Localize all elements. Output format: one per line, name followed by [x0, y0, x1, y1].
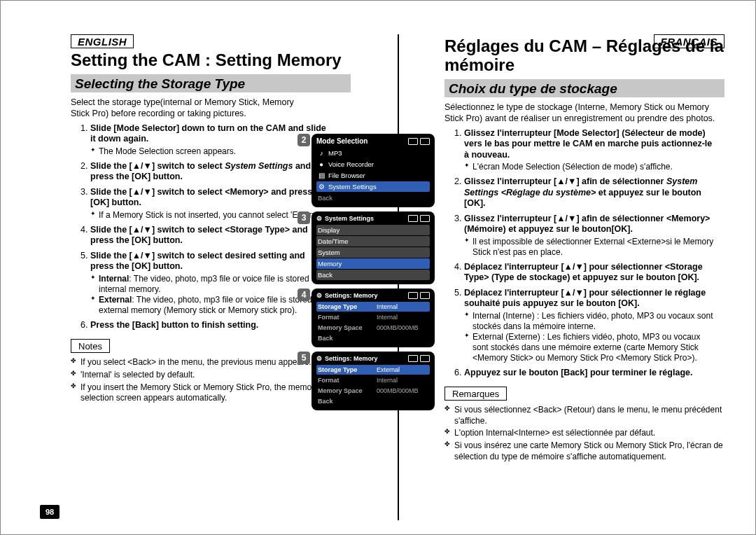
screen-title: Settings: Memory [325, 292, 378, 299]
notes-fr: Si vous sélectionnez <Back> (Retour) dan… [444, 405, 724, 462]
card-icon [408, 355, 418, 362]
steps-en: Slide [Mode Selector] down to turn on th… [71, 123, 328, 331]
notes-en: If you select <Back> in the menu, the pr… [71, 357, 351, 403]
mic-icon: ● [318, 160, 325, 168]
screen-title: System Settings [325, 215, 374, 222]
settings-icon: ⚙ [318, 183, 325, 190]
device-screenshots: 2 Mode Selection ♪MP3 ●Voice Recorder ▤F… [312, 134, 435, 410]
screen-title: Settings: Memory [325, 355, 378, 362]
step-3: Slide the [▲/▼] switch to select <Memory… [90, 187, 328, 221]
screenshot-5: 5 ⚙Settings: Memory Storage TypeExternal… [312, 352, 435, 410]
file-icon: ▤ [318, 172, 325, 179]
battery-icon [420, 292, 430, 299]
section-heading-fr: Choix du type de stockage [444, 79, 724, 97]
screenshot-2: 2 Mode Selection ♪MP3 ●Voice Recorder ▤F… [312, 134, 435, 207]
step-6: Press the [Back] button to finish settin… [90, 320, 328, 331]
step-callout-5: 5 [298, 352, 310, 364]
battery-icon [420, 138, 430, 145]
music-icon: ♪ [318, 149, 325, 157]
step-2: Slide the [▲/▼] switch to select System … [90, 161, 328, 183]
card-icon [408, 215, 418, 222]
settings-icon: ⚙ [316, 215, 322, 222]
screenshot-4: 4 ⚙Settings: Memory Storage TypeInternal… [312, 289, 435, 347]
step-callout-3: 3 [298, 211, 310, 224]
page-number: 98 [40, 505, 59, 519]
step-5: Slide the [▲/▼] switch to select desired… [90, 251, 328, 316]
battery-icon [420, 215, 430, 222]
screen-title: Mode Selection [316, 137, 368, 145]
battery-icon [420, 355, 430, 362]
section-heading-en: Selecting the Storage Type [71, 74, 351, 92]
settings-icon: ⚙ [316, 355, 322, 362]
notes-label-fr: Remarques [444, 387, 507, 401]
card-icon [408, 292, 418, 299]
intro-en: Select the storage type(internal or Memo… [71, 97, 309, 119]
step-1: Slide [Mode Selector] down to turn on th… [90, 123, 328, 157]
page-title-en: Setting the CAM : Setting Memory [71, 51, 351, 70]
intro-fr: Sélectionnez le type de stockage (Intern… [444, 102, 724, 124]
settings-icon: ⚙ [316, 292, 322, 299]
screenshot-3: 3 ⚙System Settings Display Date/Time Sys… [312, 211, 435, 284]
language-label-fr: FRANÇAIS [654, 34, 725, 48]
manual-page: ENGLISH Setting the CAM : Setting Memory… [0, 0, 756, 535]
step-callout-2: 2 [298, 134, 310, 146]
steps-fr: Glissez l'interrupteur [Mode Selector] (… [444, 128, 716, 379]
language-label-en: ENGLISH [71, 34, 134, 48]
card-icon [408, 138, 418, 145]
step-4: Slide the [▲/▼] switch to select <Storag… [90, 225, 328, 246]
notes-label-en: Notes [71, 339, 110, 353]
step-callout-4: 4 [298, 289, 310, 301]
